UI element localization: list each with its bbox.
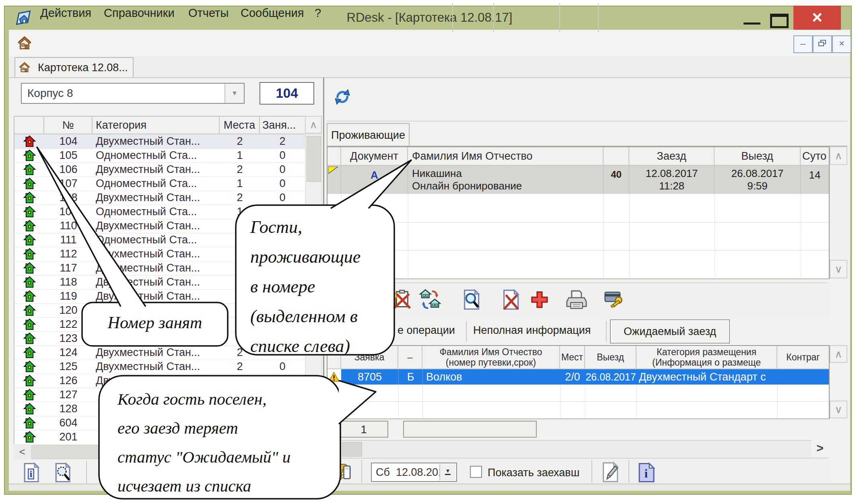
arrivals-header-places[interactable]: Мест [560,346,585,369]
callout-line: Гости, [250,212,360,242]
rooms-header-occupied[interactable]: Заня... [260,117,305,134]
tab-operations[interactable]: е операции [398,324,455,337]
rooms-header-num[interactable]: № [44,117,93,134]
room-num: 105 [44,149,93,162]
view-document-icon[interactable] [459,287,483,312]
guests-header-days[interactable]: Суто [801,147,829,166]
guests-header-marker[interactable] [328,147,341,166]
room-info-button[interactable]: i [20,462,43,483]
room-num: 604 [44,417,93,429]
rooms-scroll-left-icon[interactable]: < [14,445,30,459]
guests-header-document[interactable]: Документ [341,147,408,166]
guest-empty-row[interactable] [328,250,829,279]
room-row-106[interactable]: 106Двухместный Стан...20 [14,163,305,177]
guests-scroll-down-icon[interactable]: ∨ [830,260,847,278]
maximize-button[interactable] [770,14,789,28]
room-row-107[interactable]: 107Одноместный Ста...10 [14,177,305,191]
rooms-scrollbar-thumb[interactable] [307,136,321,182]
tabs2-separator-2 [606,321,607,342]
callout-line: его заезд теряет [117,413,290,442]
medical-card-icon[interactable] [528,287,551,312]
refresh-icon[interactable] [332,87,352,107]
arrival-empty-row[interactable] [328,385,829,402]
room-occupied: 0 [260,163,305,176]
room-row-104[interactable]: 104Двухместный Стан...22 [14,134,305,149]
close-button[interactable]: × [793,6,841,30]
callout-line: Когда гость поселен, [117,385,290,413]
toolbar-separator-3 [559,3,560,32]
gridline [604,250,604,278]
rooms-scroll-down-icon[interactable]: ∨ [305,426,322,443]
menu-help[interactable]: ? [315,6,321,20]
menu-reports[interactable]: Отчеты [188,6,229,20]
room-status-icon [14,276,44,288]
guest-empty-row[interactable] [328,222,829,251]
guests-vertical-scrollbar[interactable] [830,165,847,260]
callout-line: статус "Ожидаемый" и [117,442,290,471]
rooms-header-icon[interactable] [14,117,44,134]
guest-row-selected[interactable]: А Никашина Онлайн бронирование 40 12.08.… [328,166,829,194]
menu-directories[interactable]: Справочники [104,6,175,20]
guests-header-name[interactable]: Фамилия Имя Отчество [408,147,604,166]
guests-header-arrival[interactable]: Заезд [629,147,715,166]
cancel-checkin-icon[interactable] [389,287,413,312]
arrivals-header-category[interactable]: Категория размещения (Информация о разме… [637,346,777,369]
print-icon[interactable] [565,287,588,312]
date-picker-dropdown-icon[interactable]: ▼ [439,464,455,480]
room-num: 201 [44,431,93,443]
gridline [560,385,560,401]
arrivals-header-departure[interactable]: Выезд [585,346,637,369]
tab-expected-arrival[interactable]: Ожидаемый заезд [610,319,730,344]
key-card-icon[interactable] [332,460,353,483]
rooms-scroll-up-icon[interactable]: ∧ [305,116,322,134]
tab-guests[interactable]: Проживающие [327,123,410,146]
mdi-restore-button[interactable] [813,35,832,53]
mdi-minimize-button[interactable]: – [793,35,813,53]
delete-document-icon[interactable] [499,287,522,312]
guests-header-blank[interactable] [604,147,629,166]
arrival-row-selected[interactable]: 8705 Б Волков 2/0 26.08.2017 Двухместный… [328,369,829,385]
room-row-108[interactable]: 108Двухместный Стан...20 [14,191,305,205]
room-key-icon[interactable] [603,287,626,312]
room-num: 123 [44,332,93,345]
room-row-105[interactable]: 105Одноместный Ста...10 [14,148,305,163]
arrival-empty-row[interactable] [328,401,829,419]
arrival-category: Двухместный Стандарт с [637,369,777,385]
arrivals-hscrollbar-thumb[interactable] [342,442,362,457]
room-status-icon [14,374,44,387]
arrivals-header-name[interactable]: Фамилия Имя Отчество (номер путевки,срок… [422,346,560,369]
arrivals-header-dash[interactable]: – [398,346,422,369]
room-category: Двухместный Стан... [93,262,220,274]
edit-button[interactable] [599,461,621,483]
gridline [408,250,408,278]
menu-messages[interactable]: Сообщения [241,6,304,20]
show-checked-in-checkbox[interactable] [470,466,482,478]
rooms-header-category[interactable]: Категория [93,117,220,134]
gridline [408,194,408,222]
minimize-button[interactable] [744,23,760,25]
info-button[interactable]: i [637,462,657,483]
arrivals-scroll-up-icon[interactable]: ∧ [830,345,847,363]
guest-empty-row[interactable] [328,194,829,222]
arrivals-header-counterparty[interactable]: Контраг [777,346,829,369]
mdi-close-button[interactable]: × [832,35,851,53]
building-combobox[interactable]: Корпус 8 ▼ [21,83,245,104]
tab-incomplete-info[interactable]: Неполная информация [473,324,591,337]
date-picker[interactable]: Сб 12.08.201 ▼ [371,463,457,482]
arrivals-scroll-right-icon[interactable]: > [811,440,829,456]
page-info-box [403,421,537,438]
gridline [629,194,630,222]
room-row-125[interactable]: 125Двухместный Стан...20 [14,360,305,374]
room-search-button[interactable] [51,462,75,483]
rooms-header-places[interactable]: Места [220,117,260,134]
bottom-separator-2 [591,460,592,483]
room-transfer-icon[interactable] [418,287,442,312]
menu-actions[interactable]: Действия [40,6,91,20]
tab-kartoteka[interactable]: Картотека 12.08... [14,57,134,77]
guests-scroll-up-icon[interactable]: ∧ [830,146,847,165]
room-status-icon [14,234,44,246]
arrivals-horizontal-scrollbar[interactable] [327,440,811,457]
combobox-dropdown-icon[interactable]: ▼ [225,84,244,103]
guests-header-departure[interactable]: Выезд [715,147,801,166]
arrivals-scroll-down-icon[interactable]: ∨ [830,401,847,418]
